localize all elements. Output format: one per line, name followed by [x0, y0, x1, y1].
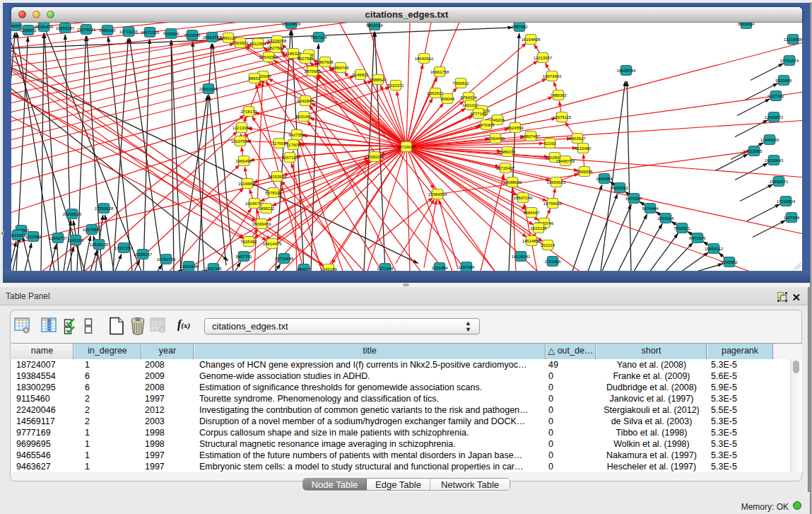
svg-text:16210643: 16210643 — [765, 158, 784, 162]
svg-text:12505135: 12505135 — [90, 242, 109, 246]
svg-text:1215682: 1215682 — [25, 234, 42, 238]
svg-text:8454749: 8454749 — [332, 65, 349, 69]
svg-text:999044: 999044 — [440, 96, 455, 100]
svg-text:1371648: 1371648 — [377, 266, 394, 270]
svg-text:12923448: 12923448 — [180, 264, 199, 268]
svg-text:9457791: 9457791 — [235, 254, 252, 258]
svg-text:9227342: 9227342 — [767, 93, 784, 98]
svg-text:7625402: 7625402 — [240, 239, 257, 243]
svg-text:10653287: 10653287 — [56, 25, 75, 30]
svg-text:9245652: 9245652 — [721, 259, 738, 264]
svg-text:16782759: 16782759 — [157, 257, 176, 261]
svg-text:1640954: 1640954 — [596, 176, 613, 180]
svg-text:12444155: 12444155 — [760, 137, 779, 141]
svg-text:15720407: 15720407 — [496, 165, 515, 170]
svg-text:8938913: 8938913 — [611, 185, 628, 189]
svg-text:8031441: 8031441 — [295, 114, 312, 118]
svg-text:1615132: 1615132 — [530, 226, 547, 230]
svg-text:20206526: 20206526 — [63, 211, 82, 216]
svg-text:10719155: 10719155 — [119, 29, 139, 33]
svg-text:252214: 252214 — [541, 243, 555, 247]
svg-text:10654112: 10654112 — [705, 246, 724, 250]
svg-text:9474444: 9474444 — [642, 206, 659, 210]
svg-text:16154808: 16154808 — [522, 37, 541, 41]
svg-text:62160: 62160 — [544, 141, 556, 145]
svg-text:1624554: 1624554 — [507, 125, 524, 129]
svg-text:18640910: 18640910 — [415, 56, 434, 60]
svg-text:19166825: 19166825 — [238, 181, 257, 185]
svg-text:17957253: 17957253 — [114, 245, 134, 250]
svg-text:12975115: 12975115 — [553, 115, 572, 119]
svg-text:13218906: 13218906 — [784, 37, 802, 41]
svg-text:6475905: 6475905 — [478, 122, 495, 127]
svg-text:16671355: 16671355 — [141, 30, 160, 34]
svg-text:10975887: 10975887 — [83, 227, 102, 231]
svg-text:746206: 746206 — [490, 117, 505, 122]
svg-text:16033809: 16033809 — [282, 23, 301, 26]
svg-text:16648784: 16648784 — [617, 68, 636, 72]
svg-text:10688609: 10688609 — [503, 180, 522, 184]
svg-text:2933114: 2933114 — [658, 216, 675, 220]
svg-text:9777169: 9777169 — [470, 111, 487, 115]
svg-text:16914479: 16914479 — [263, 241, 282, 245]
svg-text:9463627: 9463627 — [569, 136, 586, 140]
svg-text:12213383: 12213383 — [233, 125, 252, 129]
svg-text:3875685: 3875685 — [304, 69, 321, 73]
svg-text:12093872: 12093872 — [765, 115, 784, 119]
svg-text:10958167: 10958167 — [134, 252, 153, 256]
svg-text:7857224: 7857224 — [310, 35, 327, 39]
svg-text:1498222: 1498222 — [258, 206, 275, 210]
svg-text:20091406: 20091406 — [35, 24, 54, 28]
svg-text:17016504: 17016504 — [777, 199, 796, 203]
svg-text:8186328: 8186328 — [285, 51, 302, 55]
svg-text:9327505: 9327505 — [297, 56, 314, 60]
svg-text:984577: 984577 — [297, 267, 312, 270]
svg-text:6466160: 6466160 — [99, 28, 116, 32]
svg-text:9699695: 9699695 — [576, 169, 593, 173]
svg-text:1531454: 1531454 — [431, 265, 448, 269]
svg-text:9427552: 9427552 — [288, 132, 305, 136]
svg-text:14136141: 14136141 — [512, 254, 531, 258]
svg-text:117006: 117006 — [286, 142, 300, 146]
svg-text:3267110: 3267110 — [282, 155, 299, 159]
svg-text:1733426: 1733426 — [544, 259, 561, 263]
svg-text:7955812: 7955812 — [452, 81, 469, 85]
svg-text:9684067: 9684067 — [523, 210, 540, 214]
svg-text:10107554: 10107554 — [231, 139, 250, 143]
svg-text:9242848: 9242848 — [297, 98, 314, 103]
svg-text:7663822: 7663822 — [232, 40, 249, 45]
svg-text:20053346: 20053346 — [199, 86, 218, 90]
svg-text:7485063: 7485063 — [550, 93, 567, 97]
svg-text:19654923: 19654923 — [547, 180, 566, 184]
svg-text:9115460: 9115460 — [575, 146, 592, 150]
svg-text:5578312: 5578312 — [265, 190, 282, 194]
svg-text:1145113: 1145113 — [68, 238, 84, 242]
svg-text:19756928: 19756928 — [543, 201, 563, 205]
svg-text:19384554: 19384554 — [428, 192, 447, 196]
svg-text:6479197: 6479197 — [625, 196, 642, 200]
svg-text:117006: 117006 — [272, 141, 286, 145]
svg-text:7632621: 7632621 — [673, 226, 690, 230]
svg-text:8220371: 8220371 — [387, 83, 404, 87]
svg-text:20913757: 20913757 — [203, 35, 222, 39]
svg-text:15751074: 15751074 — [780, 58, 799, 62]
svg-text:7515526: 7515526 — [163, 31, 180, 35]
svg-text:18724007: 18724007 — [397, 144, 416, 148]
svg-text:3215955: 3215955 — [746, 148, 763, 153]
svg-text:9794034: 9794034 — [460, 95, 477, 99]
svg-text:15276021: 15276021 — [77, 27, 96, 31]
svg-text:2967608: 2967608 — [317, 59, 334, 64]
svg-text:2687682: 2687682 — [511, 24, 528, 28]
svg-text:20364436: 20364436 — [486, 136, 505, 140]
svg-text:1292345: 1292345 — [205, 266, 222, 270]
svg-text:1588520: 1588520 — [370, 77, 387, 81]
svg-text:8471676: 8471676 — [689, 235, 706, 240]
svg-text:18807249: 18807249 — [514, 195, 533, 199]
svg-text:16961758: 16961758 — [430, 69, 449, 74]
svg-text:14353504: 14353504 — [268, 174, 287, 178]
svg-text:8860124: 8860124 — [220, 35, 237, 40]
svg-text:18300295: 18300295 — [365, 154, 384, 158]
svg-text:8813014: 8813014 — [366, 23, 383, 27]
svg-text:1343189: 1343189 — [320, 267, 337, 270]
svg-text:98961: 98961 — [249, 76, 261, 80]
